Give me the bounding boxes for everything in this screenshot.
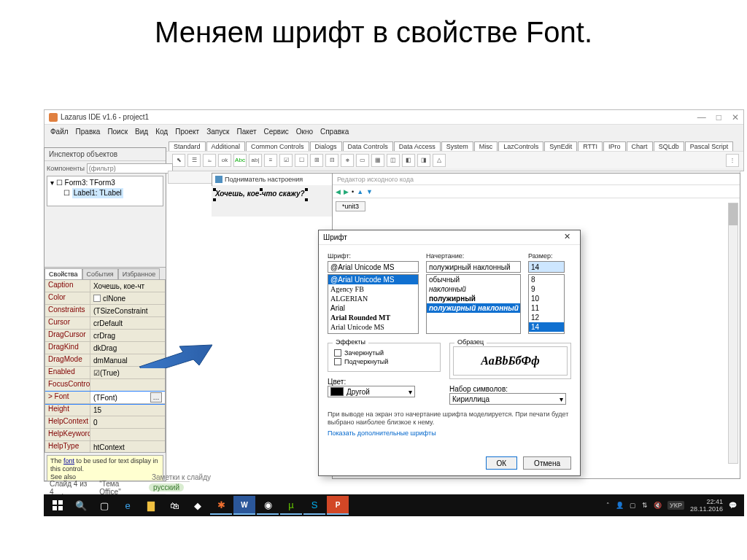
tab-additional[interactable]: Additional [206,141,246,151]
system-tray[interactable]: ˄ 👤 ▢ ⇅ 🔇 УКР 22:4128.11.2016 💬 [606,498,741,513]
pointer-tool-icon[interactable]: ⬉ [172,154,185,167]
property-row[interactable]: CaptionХочешь, кое-чт [45,280,165,292]
maximize-icon[interactable]: □ [716,112,721,122]
component-tree[interactable]: ▾ ☐ Form3: TForm3 ☐ Label1: TLabel [47,176,163,206]
nav-up-icon[interactable]: ▲ [357,188,363,195]
property-row[interactable]: Constraints(TSizeConstraint [45,305,165,317]
property-row[interactable]: Height15 [45,404,165,416]
property-grid[interactable]: CaptionХочешь, кое-чтColorclNoneConstrai… [44,279,166,453]
menu-window[interactable]: Окно [296,128,313,136]
ellipsis-button[interactable]: … [150,392,162,402]
component-icon[interactable]: ☐ [295,154,308,167]
chrome-icon[interactable]: ◉ [257,496,279,515]
menu-search[interactable]: Поиск [107,128,128,136]
tab-dialogs[interactable]: Dialogs [310,141,342,151]
inspector-tabs[interactable]: Свойства События Избранное [44,267,166,279]
notes-placeholder[interactable]: Заметки к слайду [152,473,211,481]
menu-file[interactable]: Файл [50,128,69,136]
component-icon[interactable]: ◧ [402,154,415,167]
menu-code[interactable]: Код [155,128,168,136]
edge-icon[interactable]: e [117,496,139,515]
tab-events[interactable]: События [82,268,118,279]
list-item[interactable]: @Arial Unicode MS [328,275,418,284]
list-item[interactable]: 10 [529,294,564,303]
component-icon[interactable]: ▦ [371,154,384,167]
tab-dataaccess[interactable]: Data Access [394,141,441,151]
tree-child[interactable]: ☐ Label1: TLabel [50,188,160,198]
lazarus-taskbar-icon[interactable]: ✱ [210,496,232,515]
list-item[interactable]: 14 [529,322,564,332]
component-icon[interactable]: ◫ [387,154,400,167]
ok-button[interactable]: ОК [486,456,518,470]
tab-pascalscript[interactable]: Pascal Script [685,141,734,151]
selection-handle[interactable] [213,188,216,191]
color-select[interactable]: Другой ▾ [328,386,415,397]
menu-project[interactable]: Проект [175,128,199,136]
property-row[interactable]: DragModedmManual [45,354,165,367]
component-icon[interactable]: ▭ [356,154,369,167]
font-name-input[interactable] [328,261,419,273]
style-input[interactable] [426,261,521,273]
component-icon[interactable]: ≡ [264,154,277,167]
menu-package[interactable]: Пакет [236,128,256,136]
tab-system[interactable]: System [441,141,473,151]
property-row[interactable]: > Font(TFont)… [45,392,165,404]
tab-chart[interactable]: Chart [627,141,653,151]
tray-people-icon[interactable]: 👤 [616,502,624,509]
charset-select[interactable]: Кириллица ▾ [449,393,566,405]
property-row[interactable]: HelpTypehtContext [45,441,165,453]
property-row[interactable]: CursorcrDefault [45,317,165,330]
tab-synedit[interactable]: SynEdit [544,141,577,151]
component-icon[interactable]: Abc [233,154,247,167]
size-list[interactable]: 891011121416 [528,274,565,334]
word-icon[interactable]: W [233,496,255,515]
selection-handle[interactable] [305,198,308,201]
list-item[interactable]: 11 [529,303,564,313]
menu-view[interactable]: Вид [135,128,148,136]
cancel-button[interactable]: Отмена [523,456,571,470]
tray-volume-icon[interactable]: 🔇 [654,502,662,509]
store-icon[interactable]: 🛍 [163,496,185,515]
source-scrollbar[interactable] [728,203,738,464]
tab-favorite[interactable]: Избранное [118,268,160,279]
list-item[interactable]: полужирный наклонный [427,303,520,313]
property-row[interactable]: HelpContext0 [45,416,165,429]
windows-taskbar[interactable]: 🔍 ▢ e ▇ 🛍 ◆ ✱ W ◉ µ S P ˄ 👤 ▢ ⇅ 🔇 УКР 22… [44,494,744,516]
component-icon[interactable]: ok [218,154,231,167]
tray-expand-icon[interactable]: ˄ [606,502,610,509]
size-input[interactable] [528,261,565,273]
list-item[interactable]: обычный [427,275,520,284]
nav-fwd-icon[interactable]: ▶ [344,188,349,195]
list-item[interactable]: 8 [529,275,564,284]
list-item[interactable]: ALGERIAN [328,294,418,303]
property-row[interactable]: DragCursorcrDrag [45,330,165,342]
list-item[interactable]: Agency FB [328,284,418,294]
list-item[interactable]: Arial Rounded MT [328,313,418,322]
list-item[interactable]: 9 [529,284,564,294]
component-icon[interactable]: △ [433,154,446,167]
list-item[interactable]: 16 [529,332,564,334]
component-icon[interactable]: ◨ [417,154,430,167]
tree-root[interactable]: ▾ ☐ Form3: TForm3 [50,178,160,188]
file-explorer-icon[interactable]: ▇ [140,496,162,515]
components-filter-input[interactable] [87,163,173,174]
property-row[interactable]: Enabled☑ (True) [45,367,165,379]
selection-handle[interactable] [260,188,263,191]
ide-menubar[interactable]: Файл Правка Поиск Вид Код Проект Запуск … [44,125,743,138]
tab-sqldb[interactable]: SQLdb [654,141,684,151]
font-dialog-close-icon[interactable]: ✕ [558,232,576,244]
underline-checkbox[interactable]: Подчеркнутый [334,358,434,365]
style-list[interactable]: обычныйнаклонныйполужирныйполужирный нак… [426,274,521,334]
selection-handle[interactable] [305,188,308,191]
search-icon[interactable]: 🔍 [70,496,92,515]
component-icon[interactable]: ab| [249,154,262,167]
tab-ipro[interactable]: IPro [603,141,626,151]
list-item[interactable]: Arial Unicode MS [328,322,418,332]
action-center-icon[interactable]: 💬 [729,502,737,509]
menu-help[interactable]: Справка [320,128,349,136]
tray-language[interactable]: УКР [667,501,684,510]
window-buttons[interactable]: — □ ✕ [697,112,739,122]
component-icon[interactable]: ⊞ [310,154,323,167]
source-toolbar[interactable]: ◀ ▶ • ▲ ▼ [333,185,740,198]
menu-run[interactable]: Запуск [206,128,229,136]
